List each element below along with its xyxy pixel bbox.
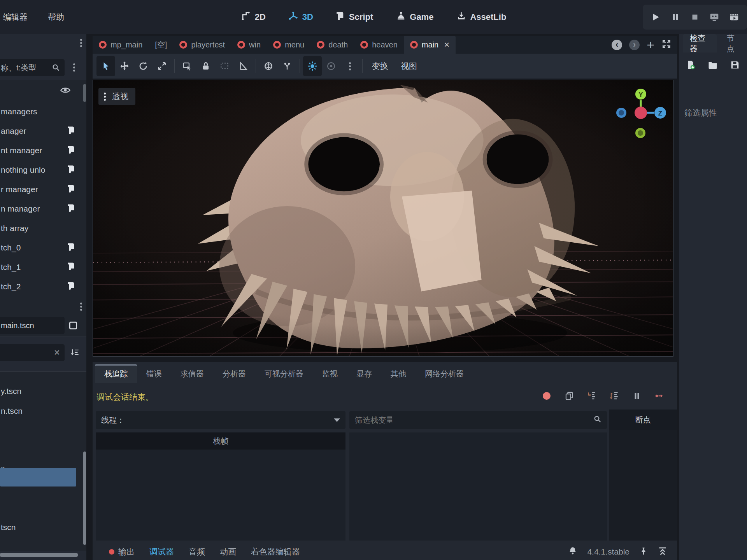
bottom-panel-button[interactable]: 音频: [189, 546, 205, 557]
stop-button[interactable]: [688, 10, 701, 24]
scene-tree-menu-icon[interactable]: [73, 66, 75, 68]
script-icon[interactable]: [67, 184, 75, 195]
move-tool-button[interactable]: [115, 56, 134, 76]
3d-viewport[interactable]: 透视 Y Z: [93, 80, 673, 357]
pin-bottom-panel-icon[interactable]: [639, 546, 648, 557]
extra-options-kebab-icon[interactable]: [340, 56, 359, 76]
tree-scrollbar[interactable]: [83, 84, 86, 102]
lock-node-button[interactable]: [196, 56, 215, 76]
menu-help[interactable]: 帮助: [42, 0, 70, 34]
inspector-filter-label[interactable]: 筛选属性: [684, 107, 717, 118]
load-resource-folder-icon[interactable]: [707, 60, 719, 72]
scale-tool-button[interactable]: [153, 56, 171, 76]
expand-bottom-panel-icon[interactable]: [658, 546, 668, 558]
scene-tab[interactable]: playertest: [173, 36, 231, 54]
script-icon[interactable]: [67, 145, 75, 156]
scene-tab[interactable]: [空]: [149, 36, 173, 54]
filesystem-drag-handle-icon[interactable]: [80, 306, 82, 308]
scene-tree-node[interactable]: tch_1: [0, 257, 86, 277]
scene-tab[interactable]: menu: [267, 36, 310, 54]
file-item[interactable]: n.tscn: [1, 402, 23, 420]
scene-tree-node[interactable]: th array: [0, 219, 86, 238]
scene-tab[interactable]: heaven: [354, 36, 404, 54]
clear-icon[interactable]: ×: [54, 346, 60, 359]
workspace-script-button[interactable]: Script: [330, 5, 379, 30]
notification-bell-icon[interactable]: [568, 546, 578, 558]
debugger-tab[interactable]: 分析器: [213, 364, 255, 383]
tab-inspector[interactable]: 检查器: [683, 34, 717, 52]
break-pause-button[interactable]: [630, 389, 644, 402]
thread-dropdown[interactable]: 线程：: [96, 411, 345, 429]
workspace-game-button[interactable]: Game: [389, 5, 440, 30]
step-over-button[interactable]: [608, 389, 621, 402]
script-icon[interactable]: [67, 282, 75, 292]
transform-menu[interactable]: 变换: [366, 56, 395, 76]
ungroup-button[interactable]: [215, 56, 234, 76]
scene-tree-node[interactable]: r manager: [0, 180, 86, 199]
select-tool-button[interactable]: [96, 56, 115, 76]
close-tab-icon[interactable]: ×: [444, 39, 449, 50]
stack-frames-list[interactable]: [96, 450, 345, 541]
new-scene-tab-button[interactable]: +: [647, 40, 654, 50]
filesystem-filter-input[interactable]: ×: [0, 344, 65, 361]
workspace-3d-button[interactable]: 3D: [282, 5, 319, 30]
bottom-panel-button[interactable]: 调试器: [149, 546, 174, 557]
bottom-panel-button[interactable]: 动画: [220, 546, 236, 557]
scene-filter-input[interactable]: 称、t:类型: [0, 59, 65, 76]
scene-tree-node[interactable]: tch_2: [0, 277, 86, 296]
expand-viewport-icon[interactable]: [661, 39, 672, 51]
filesystem-path-input[interactable]: main.tscn: [0, 317, 65, 334]
step-into-button[interactable]: [585, 389, 598, 402]
pause-button[interactable]: [669, 10, 682, 24]
split-view-button[interactable]: [65, 317, 82, 334]
file-item[interactable]: [0, 468, 76, 486]
scene-tab[interactable]: main ×: [404, 36, 456, 54]
script-icon[interactable]: [67, 126, 75, 136]
rotate-tool-button[interactable]: [134, 56, 153, 76]
debugger-tab[interactable]: 栈追踪: [95, 364, 137, 383]
scene-tree-node[interactable]: managers: [0, 102, 86, 121]
scene-tree-node[interactable]: n manager: [0, 199, 86, 219]
perspective-menu[interactable]: 透视: [98, 88, 135, 105]
stack-variables-search[interactable]: [349, 411, 607, 429]
list-select-tool-button[interactable]: [178, 56, 196, 76]
live-edit-record-icon[interactable]: [540, 389, 553, 402]
environment-preview-button[interactable]: [322, 56, 340, 76]
sun-preview-button[interactable]: [303, 56, 322, 76]
view-menu[interactable]: 视图: [395, 56, 423, 76]
history-forward-button[interactable]: ›: [629, 40, 640, 50]
world-snap-button[interactable]: [259, 56, 278, 76]
script-icon[interactable]: [67, 262, 75, 273]
debugger-tab[interactable]: 显存: [347, 364, 381, 383]
filelist-scrollbar[interactable]: [83, 452, 86, 545]
debugger-tab[interactable]: 其他: [381, 364, 416, 383]
sort-files-icon[interactable]: [70, 348, 80, 359]
workspace-assetlib-button[interactable]: AssetLib: [450, 5, 512, 30]
new-resource-icon[interactable]: [685, 60, 696, 72]
scene-tab[interactable]: mp_main: [93, 36, 149, 54]
movie-maker-button[interactable]: [728, 10, 741, 24]
axis-gizmo[interactable]: Y Z: [607, 85, 673, 143]
scene-tab[interactable]: win: [231, 36, 267, 54]
save-resource-icon[interactable]: [729, 60, 740, 72]
menu-editor[interactable]: 编辑器: [0, 0, 33, 34]
dock-hscrollbar[interactable]: [0, 553, 78, 557]
scene-tree-node[interactable]: nothing unlo: [0, 160, 86, 180]
viewport-menu-kebab-icon[interactable]: [104, 96, 106, 98]
scene-tree-node[interactable]: anager: [0, 121, 86, 141]
debugger-tab[interactable]: 求值器: [171, 364, 213, 383]
play-button[interactable]: [649, 10, 662, 24]
debugger-tab[interactable]: 可视分析器: [255, 364, 313, 383]
stack-variables-filter-input[interactable]: [354, 415, 593, 425]
breakpoints-list[interactable]: [609, 430, 677, 541]
tab-node[interactable]: 节点: [717, 34, 747, 52]
bottom-panel-button[interactable]: 着色器编辑器: [251, 546, 300, 557]
script-icon[interactable]: [67, 165, 75, 175]
copy-error-button[interactable]: [563, 389, 576, 402]
file-item[interactable]: tscn: [1, 518, 16, 537]
script-icon[interactable]: [67, 243, 75, 253]
scene-tab[interactable]: death: [310, 36, 354, 54]
scene-tree-node[interactable]: tch_0: [0, 238, 86, 257]
workspace-2d-button[interactable]: 2D: [235, 5, 272, 30]
visibility-eye-icon[interactable]: [60, 86, 71, 96]
